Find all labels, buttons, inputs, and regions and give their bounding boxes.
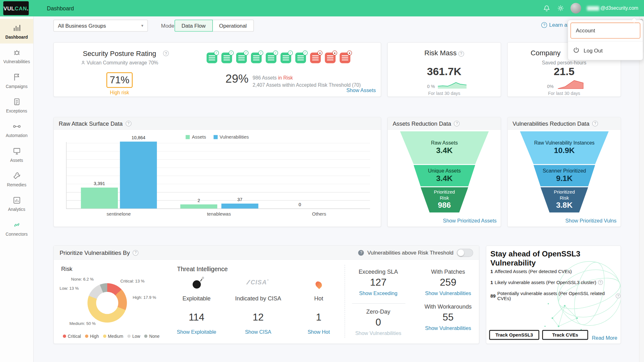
show-vulnerabilities-link[interactable]: Show Vulnerabilities bbox=[417, 326, 479, 331]
connector-ok-icon[interactable]: ✓ bbox=[251, 52, 262, 63]
accepted-threshold-line: 2,407 Assets within Accepted Risk Thresh… bbox=[253, 82, 361, 88]
help-icon[interactable]: ? bbox=[458, 51, 464, 56]
bar-assets-tenablewas[interactable]: 2 bbox=[180, 204, 217, 208]
trend-shape bbox=[558, 79, 585, 90]
mode-operational-button[interactable]: Operational bbox=[212, 20, 254, 32]
threat-item-hot: Hot 1 Show Hot bbox=[294, 275, 343, 335]
show-vulnerabilities-link[interactable]: Show Vulnerabilities bbox=[417, 291, 479, 296]
sidebar-item-remedies[interactable]: Remedies bbox=[0, 167, 33, 191]
funnel-stage-prioritized-risk[interactable]: Prioritized Risk 3.8K bbox=[541, 187, 588, 213]
show-prioritized-vulns-link[interactable]: Show Prioritized Vulns bbox=[565, 218, 617, 224]
connector-error-icon[interactable]: ● bbox=[340, 52, 350, 63]
connector-error-icon[interactable]: ● bbox=[310, 52, 321, 63]
period-label: For last 30 days bbox=[508, 91, 620, 96]
bell-icon[interactable] bbox=[542, 4, 551, 12]
bug-badge-icon: ● bbox=[347, 51, 352, 56]
risk-section-label: Risk bbox=[61, 266, 73, 272]
read-more-link[interactable]: Read More bbox=[592, 335, 617, 341]
x-axis-label: sentinelone bbox=[90, 211, 147, 217]
funnel-stage-scanner-prioritized[interactable]: Scanner Prioritized 9.1K bbox=[534, 165, 595, 186]
show-assets-link[interactable]: Show Assets bbox=[347, 87, 376, 93]
connector-ok-icon[interactable]: ✓ bbox=[280, 52, 291, 63]
openssl-line: 1Likely vulnerable assets (Per OpenSSL3 … bbox=[491, 280, 603, 285]
monitor-icon bbox=[12, 146, 21, 156]
topbar-actions: @d3security.com bbox=[542, 3, 644, 14]
bomb-icon bbox=[192, 280, 201, 288]
bug-badge-icon: ● bbox=[332, 51, 337, 56]
help-icon[interactable]: ? bbox=[616, 293, 621, 299]
sidebar-item-dashboard[interactable]: Dashboard bbox=[0, 19, 33, 43]
funnel-stage-raw-assets[interactable]: Raw Assets 3.4K bbox=[400, 131, 489, 164]
help-icon[interactable]: ? bbox=[163, 51, 169, 56]
help-icon[interactable]: ? bbox=[454, 120, 460, 126]
risk-donut[interactable] bbox=[87, 283, 127, 322]
bug-badge-icon: ● bbox=[318, 51, 323, 56]
legend-low: Low bbox=[127, 334, 140, 339]
user-menu: Account Log Out bbox=[568, 20, 643, 60]
gear-icon[interactable] bbox=[557, 4, 565, 12]
threat-item-cisa: CISA Indicated by CISA 12 Show CISA bbox=[226, 275, 290, 335]
funnel-stage-prioritized-risk[interactable]: Prioritized Risk 986 bbox=[420, 187, 468, 213]
sidebar-item-assets[interactable]: Assets bbox=[0, 142, 33, 167]
track-openssl3-button[interactable]: Track OpenSSL3 bbox=[489, 330, 539, 340]
assets-reduction-card: Assets Reduction Data ? Raw Assets 3.4K … bbox=[387, 117, 501, 227]
menu-item-account[interactable]: Account bbox=[570, 23, 640, 39]
track-cves-button[interactable]: Track CVEs bbox=[542, 330, 588, 340]
assets-at-risk-pct: 29% bbox=[225, 72, 248, 85]
vulns-reduction-card: Vulnerabilities Reduction Data ? Raw Vul… bbox=[507, 117, 621, 227]
sidebar-item-connectors[interactable]: Connectors bbox=[0, 216, 33, 240]
show-prioritized-assets-link[interactable]: Show Prioritized Assets bbox=[443, 218, 497, 224]
sidebar-item-exceptions[interactable]: Exceptions bbox=[0, 93, 33, 117]
risk-level-label: High risk bbox=[54, 90, 185, 96]
show-vulnerabilities-link[interactable]: Show Vulnerabilities bbox=[350, 330, 406, 336]
posture-score: 71% bbox=[106, 72, 133, 88]
question-circle-icon[interactable]: ? bbox=[358, 250, 364, 255]
scrollbar-track[interactable] bbox=[639, 16, 644, 362]
vulcan-logo[interactable]: VULCAN. bbox=[3, 1, 29, 15]
user-email[interactable]: @d3security.com bbox=[587, 5, 638, 11]
donut-callout-critical: Critical: 13 % bbox=[120, 279, 145, 283]
connector-ok-icon[interactable]: ✓ bbox=[207, 52, 217, 63]
connector-ok-icon[interactable]: ✓ bbox=[221, 52, 232, 63]
help-icon[interactable]: ? bbox=[598, 280, 603, 285]
mode-data-flow-button[interactable]: Data Flow bbox=[175, 20, 213, 32]
business-group-select[interactable]: All Business Groups ▾ bbox=[53, 20, 148, 32]
show-cisa-link[interactable]: Show CISA bbox=[245, 329, 271, 335]
dashboard-page: VULCAN. Dashboard @d3security.com Accoun… bbox=[0, 0, 644, 362]
bar-assets-sentinelone[interactable]: 3,391 bbox=[81, 188, 118, 209]
connector-error-icon[interactable]: ● bbox=[325, 52, 336, 63]
bar-vulns-sentinelone[interactable]: 10,864 bbox=[120, 142, 157, 209]
card-title: Vulnerabilities Reduction Data bbox=[513, 120, 589, 127]
show-exceeding-link[interactable]: Show Exceeding bbox=[350, 291, 406, 296]
sidebar-item-analytics[interactable]: Analytics bbox=[0, 191, 33, 216]
mode-toggle-group: Data Flow Operational bbox=[175, 20, 254, 32]
sidebar-item-campaigns[interactable]: Campaigns bbox=[0, 68, 33, 93]
help-icon[interactable]: ? bbox=[592, 120, 598, 126]
avatar[interactable] bbox=[570, 3, 581, 14]
x-axis-label: Others bbox=[290, 211, 348, 217]
help-icon[interactable]: ? bbox=[133, 250, 138, 255]
card-title: Raw Attack Surface Data bbox=[59, 120, 123, 127]
show-exploitable-link[interactable]: Show Exploitable bbox=[177, 329, 216, 335]
learn-link[interactable]: ? Learn al bbox=[541, 22, 568, 28]
show-hot-link[interactable]: Show Hot bbox=[308, 329, 330, 335]
sidebar-item-vulnerabilities[interactable]: Vulnerabilities bbox=[0, 43, 33, 68]
legend-none: None bbox=[144, 334, 159, 339]
menu-item-logout[interactable]: Log Out bbox=[568, 41, 643, 60]
openssl-card: Stay ahead of OpenSSL3 Vulnerability 1Af… bbox=[486, 245, 621, 344]
sidebar-item-automation[interactable]: Automation bbox=[0, 118, 33, 142]
funnel-stage-raw-vuln-instances[interactable]: Raw Vulnerability Instances 10.9K bbox=[520, 131, 609, 164]
connector-ok-icon[interactable]: ✓ bbox=[266, 52, 276, 63]
threshold-control: ? Vulnerabilities above Risk Threshold bbox=[358, 249, 473, 257]
wrench-icon bbox=[12, 171, 21, 180]
connector-ok-icon[interactable]: ✓ bbox=[295, 52, 306, 63]
page-title: Dashboard bbox=[47, 5, 74, 11]
question-circle-icon: ? bbox=[541, 22, 547, 28]
connector-ok-icon[interactable]: ✓ bbox=[236, 52, 247, 63]
risk-threshold-toggle[interactable] bbox=[457, 249, 473, 257]
exceeding-sla-block: Exceeding SLA 127 Show Exceeding bbox=[350, 268, 406, 296]
help-icon[interactable]: ? bbox=[125, 120, 131, 126]
bar-vulns-tenablewas[interactable]: 37 bbox=[221, 204, 258, 209]
community-average: Vulcan Community average 70% bbox=[54, 60, 185, 66]
funnel-stage-unique-assets[interactable]: Unique Assets 3.4K bbox=[414, 165, 475, 186]
